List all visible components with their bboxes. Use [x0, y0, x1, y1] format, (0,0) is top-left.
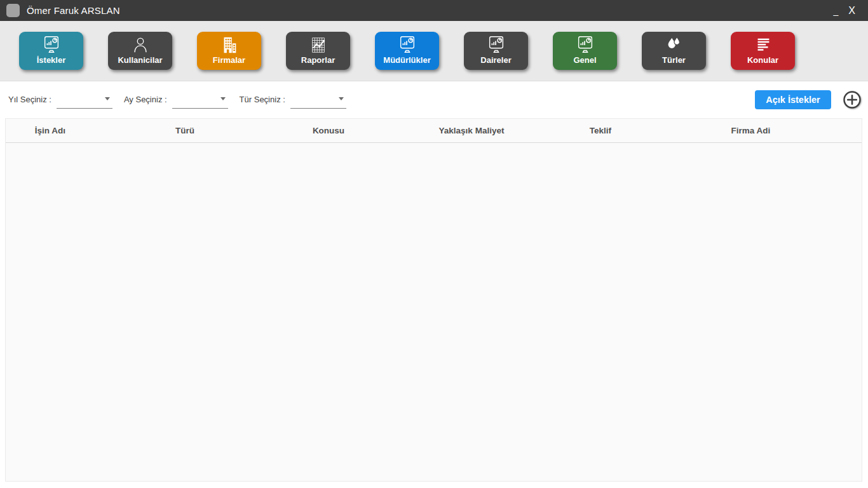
column-header-turu[interactable]: Türü [95, 126, 275, 135]
column-header-teklif[interactable]: Teklif [561, 126, 640, 135]
nav-button-label: Raporlar [301, 56, 335, 65]
minimize-button[interactable]: _ [827, 6, 845, 16]
user-icon [130, 35, 151, 55]
nav-button-konular[interactable]: Konular [731, 32, 795, 70]
plus-circle-icon [842, 102, 862, 112]
monitor-chart-icon [397, 35, 417, 55]
window-controls: _ X [827, 5, 868, 17]
nav-button-daireler[interactable]: Daireler [464, 32, 528, 70]
close-button[interactable]: X [844, 5, 859, 17]
filter-bar: Yıl Seçiniz : Ay Seçiniz : Tür Seçiniz :… [0, 81, 868, 118]
chevron-down-icon [339, 97, 344, 100]
nav-button-label: Daireler [480, 56, 511, 65]
nav-button-kullanicilar[interactable]: Kullanicilar [108, 32, 172, 70]
window-title: Ömer Faruk ARSLAN [27, 5, 120, 16]
titlebar: Ömer Faruk ARSLAN _ X [0, 0, 868, 21]
column-header-konusu[interactable]: Konusu [275, 126, 382, 135]
chevron-down-icon [105, 97, 110, 100]
month-filter-group: Ay Seçiniz : [124, 92, 228, 109]
column-header-isin-adi[interactable]: İşin Adı [6, 126, 95, 135]
month-select[interactable] [172, 92, 228, 109]
report-graph-icon [308, 35, 329, 55]
type-filter-group: Tür Seçiniz : [240, 92, 346, 109]
nav-button-istekler[interactable]: İstekler [19, 32, 83, 70]
building-icon [219, 35, 240, 55]
type-select[interactable] [290, 92, 346, 109]
toolbar: İstekler Kullanicilar Firmalar [0, 21, 868, 81]
nav-button-label: Müdürlükler [383, 56, 430, 65]
month-filter-label: Ay Seçiniz : [124, 95, 167, 109]
monitor-chart-icon [575, 35, 595, 55]
monitor-chart-icon [41, 35, 62, 55]
app-icon [6, 4, 20, 17]
nav-button-label: Kullanicilar [118, 56, 162, 65]
list-lines-icon [753, 35, 773, 55]
column-header-yaklasik-maliyet[interactable]: Yaklaşık Maliyet [382, 126, 561, 135]
drops-icon [664, 35, 684, 55]
monitor-chart-icon [486, 35, 506, 55]
type-filter-label: Tür Seçiniz : [240, 95, 285, 109]
year-filter-label: Yıl Seçiniz : [8, 95, 51, 109]
nav-button-label: Türler [662, 56, 686, 65]
open-requests-button[interactable]: Açık İstekler [755, 90, 831, 109]
table-header-row: İşin Adı Türü Konusu Yaklaşık Maliyet Te… [6, 119, 862, 143]
year-select[interactable] [57, 92, 112, 109]
nav-button-label: Konular [747, 56, 778, 65]
nav-button-raporlar[interactable]: Raporlar [286, 32, 350, 70]
nav-button-mudurlukler[interactable]: Müdürlükler [375, 32, 439, 70]
column-header-firma-adi[interactable]: Firma Adi [640, 126, 862, 135]
table-body-empty [6, 143, 862, 482]
chevron-down-icon [220, 97, 226, 100]
nav-button-firmalar[interactable]: Firmalar [197, 32, 261, 70]
add-request-button[interactable] [842, 90, 862, 110]
year-filter-group: Yıl Seçiniz : [8, 92, 112, 109]
nav-button-label: İstekler [37, 56, 66, 65]
nav-button-genel[interactable]: Genel [553, 32, 617, 70]
requests-table: İşin Adı Türü Konusu Yaklaşık Maliyet Te… [5, 118, 862, 482]
nav-button-turler[interactable]: Türler [642, 32, 706, 70]
nav-button-label: Genel [573, 56, 596, 65]
nav-button-label: Firmalar [213, 56, 245, 65]
